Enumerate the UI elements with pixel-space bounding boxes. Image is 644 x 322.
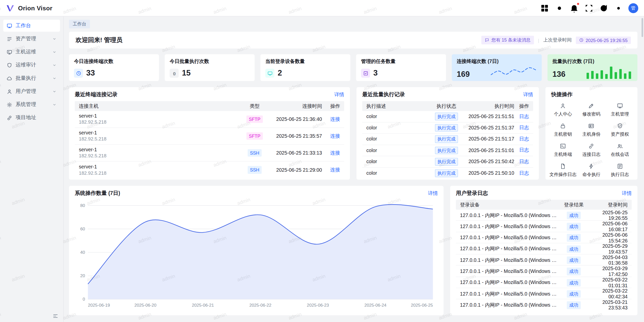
log-link[interactable]: 日志 <box>519 125 529 130</box>
result-cell: 成功 <box>563 245 585 253</box>
quick-action-label: 主机密钥 <box>554 131 572 137</box>
asset-icon <box>7 36 12 42</box>
theme-icon[interactable] <box>554 3 564 13</box>
time-cell: 2025-06-25 21:33:13 <box>268 150 322 156</box>
sidebar-item-label: 资产管理 <box>16 35 36 42</box>
quick-action-7[interactable]: 连接日志 <box>577 143 606 157</box>
last-login-time-tag: 2025-06-25 19:26:55 <box>576 36 631 44</box>
login-card-detail-link[interactable]: 详情 <box>622 190 632 197</box>
user-icon <box>7 89 12 94</box>
fullscreen-icon[interactable] <box>584 3 594 13</box>
sidebar-item-1[interactable]: 资产管理 <box>3 33 60 45</box>
table-row: server-1182.92.5.218SSH2025-06-25 21:29:… <box>75 162 344 178</box>
table-row: 127.0.0.1 - 内网IP - Mozilla/5.0 (Windows … <box>456 243 632 255</box>
host-name: server-1 <box>79 130 242 136</box>
time-cell: 2025-06-06 15:54:26 <box>585 232 628 244</box>
host-ip: 182.92.5.218 <box>79 153 242 159</box>
protocol-tag: SFTP <box>246 132 263 140</box>
protocol-tag: SFTP <box>246 115 263 123</box>
success-tag: 成功 <box>567 290 581 298</box>
log-link[interactable]: 日志 <box>519 136 529 142</box>
connect-link[interactable]: 连接 <box>330 150 340 156</box>
stat-value: 3 <box>373 69 378 78</box>
stat-card-1: 今日批量执行次数{}15 <box>165 54 255 81</box>
log-link[interactable]: 日志 <box>519 147 529 153</box>
status-tag: 执行完成 <box>435 158 458 165</box>
quick-action-8[interactable]: 在线会话 <box>606 143 634 157</box>
sidebar-item-6[interactable]: 系统管理 <box>3 99 60 111</box>
quick-action-2[interactable]: 主机管理 <box>606 103 634 117</box>
stat-value-row: {}15 <box>170 69 250 78</box>
status-cell: 执行完成 <box>430 113 463 120</box>
log-link[interactable]: 日志 <box>519 113 529 119</box>
desc-cell: color <box>366 136 429 142</box>
quick-action-9[interactable]: 文件操作日志 <box>549 163 577 177</box>
chart-card-detail-link[interactable]: 详情 <box>428 190 438 197</box>
quick-action-1[interactable]: 修改密码 <box>577 103 606 117</box>
chevron-down-icon <box>52 63 57 67</box>
time-cell: 2025-05-29 19:43:57 <box>585 243 628 255</box>
quick-action-label: 文件操作日志 <box>549 171 577 177</box>
refresh-icon[interactable] <box>599 3 609 13</box>
stat-value-row: 33 <box>74 69 154 78</box>
time-cell: 2025-06-25 21:29:00 <box>268 167 322 173</box>
quick-action-5[interactable]: 资产授权 <box>606 123 634 137</box>
sidebar-item-7[interactable]: 项目地址 <box>3 112 60 124</box>
terminal-records-card: 最近终端连接记录 详情 连接主机类型连接时间操作server-1182.92.5… <box>69 87 350 180</box>
quick-action-3[interactable]: 主机密钥 <box>549 123 577 137</box>
host-ip: 182.92.5.218 <box>79 119 242 126</box>
time-cell: 2025-06-25 21:36:40 <box>268 116 322 122</box>
sidebar-collapse-icon[interactable] <box>53 313 58 319</box>
action-cell: 连接 <box>322 116 340 123</box>
connect-link[interactable]: 连接 <box>330 116 340 122</box>
last-login-time: 2025-06-25 19:26:55 <box>586 38 628 43</box>
stat-card-3: 管理的任务数量3 <box>356 54 446 81</box>
app-logo: Orion Visor <box>6 4 52 13</box>
chart-card-title: 系统操作数量 (7日) <box>75 190 120 197</box>
settings-icon[interactable] <box>614 3 623 13</box>
system-operations-card: 系统操作数量 (7日) 详情 0204060802025-06-192025-0… <box>69 186 444 315</box>
system-operations-chart: 0204060802025-06-192025-06-202025-06-212… <box>75 201 437 310</box>
connect-link[interactable]: 连接 <box>330 167 340 173</box>
result-cell: 成功 <box>563 301 585 309</box>
user-icon <box>560 103 566 109</box>
quick-action-10[interactable]: 命令执行 <box>577 163 606 177</box>
sidebar-item-5[interactable]: 用户管理 <box>3 86 60 97</box>
login-log-card: 用户登录日志 详情 登录设备登录结果登录时间127.0.0.1 - 内网IP -… <box>450 186 637 315</box>
stat-label: 今日批量执行次数 <box>170 58 250 65</box>
unread-messages-tag[interactable]: 您有 15 条未读消息 <box>481 36 534 44</box>
time-cell: 2025-06-25 21:51:01 <box>463 148 514 153</box>
terminal-card-detail-link[interactable]: 详情 <box>334 91 344 98</box>
connect-link[interactable]: 连接 <box>330 133 340 139</box>
app-root: Orion Visor 管 工作台资产管理主机运维运维审计批量执行用户管理系统管… <box>0 0 644 322</box>
user-avatar[interactable]: 管 <box>628 3 638 13</box>
sidebar-item-2[interactable]: 主机运维 <box>3 46 60 58</box>
main-content: 工作台 欢迎回来! 管理员 您有 15 条未读消息 | 上次登录时间 2025-… <box>64 16 644 322</box>
terminal-sparkline <box>491 65 537 79</box>
stat-value-row: 169 <box>457 65 537 79</box>
type-cell: SFTP <box>242 115 268 123</box>
quick-action-11[interactable]: 执行日志 <box>606 163 634 177</box>
batch-card-detail-link[interactable]: 详情 <box>523 91 533 98</box>
table-row: color执行完成2025-06-25 21:50:10日志 <box>362 167 533 179</box>
table-row: 127.0.0.1 - 内网IP - Mozilla/5.0 (Windows … <box>456 232 632 243</box>
sidebar-item-0[interactable]: 工作台 <box>3 20 60 31</box>
result-cell: 成功 <box>563 268 585 275</box>
scrollbar-thumb[interactable] <box>641 18 643 37</box>
notifications-icon[interactable] <box>569 3 579 13</box>
log-link[interactable]: 日志 <box>519 159 529 164</box>
quick-action-4[interactable]: 主机身份 <box>577 123 606 137</box>
chevron-down-icon <box>52 76 57 81</box>
sidebar-item-4[interactable]: 批量执行 <box>3 72 60 84</box>
apps-icon[interactable] <box>540 3 549 13</box>
sidebar-item-3[interactable]: 运维审计 <box>3 59 60 71</box>
stat-value: 169 <box>457 70 470 79</box>
quick-action-6[interactable]: 主机终端 <box>549 143 577 157</box>
log-link[interactable]: 日志 <box>519 170 529 176</box>
quick-action-label: 执行日志 <box>611 171 629 177</box>
device-cell: 127.0.0.1 - 内网IP - Mozilla/5.0 (Windows … <box>460 223 563 230</box>
notification-badge-dot <box>577 3 579 5</box>
terminal-card-title: 最近终端连接记录 <box>75 91 117 98</box>
quick-action-0[interactable]: 个人中心 <box>549 103 577 117</box>
breadcrumb-item-workbench[interactable]: 工作台 <box>69 20 90 28</box>
